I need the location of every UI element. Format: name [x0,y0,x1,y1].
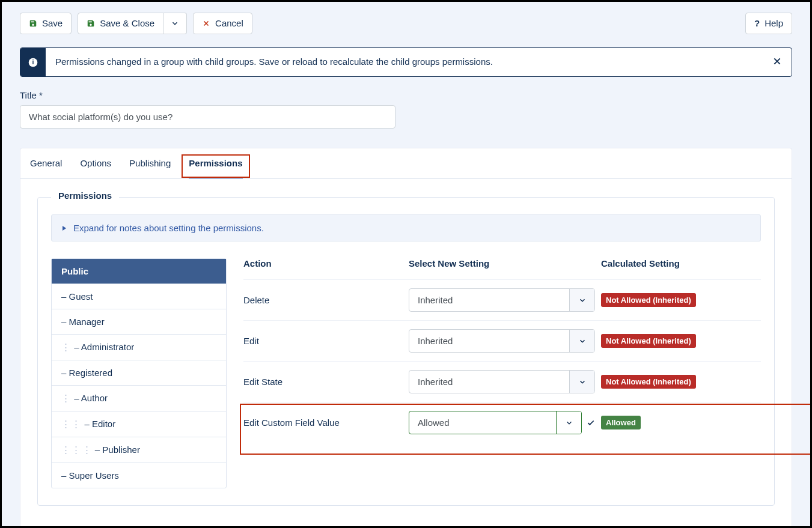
help-icon: ? [754,18,760,29]
perm-row-edit: Edit Inherited Not Allowed (Inherited) [243,321,761,362]
save-label: Save [42,18,63,29]
group-item-registered[interactable]: – Registered [52,360,226,385]
col-select: Select New Setting [409,258,595,269]
expand-notes-button[interactable]: Expand for notes about setting the permi… [51,214,761,241]
info-icon: i [20,48,46,76]
tab-permissions[interactable]: Permissions [189,148,242,178]
chevron-down-icon [556,411,581,434]
col-action: Action [243,258,403,269]
setting-select-delete[interactable]: Inherited [409,288,595,312]
help-button[interactable]: ? Help [745,13,792,34]
check-icon [587,419,595,427]
calc-badge: Not Allowed (Inherited) [601,375,696,389]
title-input[interactable] [20,105,395,129]
close-icon [772,56,782,66]
chevron-down-icon [171,19,179,28]
tab-options[interactable]: Options [80,148,111,178]
tree-indent-icon: ⋮ [61,342,69,353]
save-icon [87,19,95,28]
save-icon [29,19,37,28]
tree-indent-icon: ⋮ ⋮ ⋮ [61,445,90,455]
chevron-down-icon [569,289,594,311]
group-item-super-users[interactable]: – Super Users [52,463,226,488]
cancel-button[interactable]: Cancel [193,13,252,34]
title-label: Title * [20,90,792,100]
permissions-fieldset: Permissions Expand for notes about setti… [37,197,775,506]
setting-select-edit-custom-field-value[interactable]: Allowed [409,411,582,434]
calc-badge: Not Allowed (Inherited) [601,334,696,348]
save-close-button[interactable]: Save & Close [78,13,163,34]
group-item-author[interactable]: ⋮ – Author [52,385,226,411]
permissions-table: Action Select New Setting Calculated Set… [243,258,761,443]
perm-row-delete: Delete Inherited Not Allowed (Inherited) [243,280,761,321]
tree-indent-icon: ⋮ ⋮ [61,419,79,429]
col-calc: Calculated Setting [601,258,761,269]
close-icon [202,19,210,28]
fieldset-legend: Permissions [51,190,119,201]
alert-close-button[interactable] [763,48,792,76]
group-list: Public – Guest – Manager ⋮ – Administrat… [51,258,227,488]
group-item-manager[interactable]: – Manager [52,309,226,334]
group-item-administrator[interactable]: ⋮ – Administrator [52,334,226,360]
tab-publishing[interactable]: Publishing [129,148,171,178]
setting-select-edit[interactable]: Inherited [409,329,595,353]
chevron-down-icon [569,330,594,352]
action-label: Edit Custom Field Value [243,417,403,428]
perm-row-edit-state: Edit State Inherited Not Allowed (Inheri… [243,362,761,402]
perm-row-edit-custom-field-value: Edit Custom Field Value Allowed [243,402,761,443]
calc-badge: Not Allowed (Inherited) [601,293,696,307]
help-label: Help [765,18,783,29]
save-close-dropdown[interactable] [163,13,187,34]
save-close-group: Save & Close [78,13,187,34]
info-alert: i Permissions changed in a group with ch… [20,47,792,77]
alert-text: Permissions changed in a group with chil… [46,48,763,76]
toolbar: Save Save & Close Cancel ? Help [20,13,792,34]
expand-notes-label: Expand for notes about setting the permi… [73,223,264,233]
tab-permissions-label: Permissions [189,158,242,168]
cancel-label: Cancel [215,18,243,29]
group-item-guest[interactable]: – Guest [52,284,226,309]
tree-indent-icon: ⋮ [61,393,69,404]
svg-text:i: i [32,58,34,65]
group-item-editor[interactable]: ⋮ ⋮ – Editor [52,411,226,437]
tab-general[interactable]: General [30,148,62,178]
action-label: Edit [243,336,403,346]
group-item-public[interactable]: Public [52,259,226,284]
chevron-down-icon [569,371,594,393]
editor-tabs: General Options Publishing Permissions [20,148,792,179]
triangle-right-icon [61,225,67,231]
save-close-label: Save & Close [100,18,154,29]
action-label: Delete [243,295,403,305]
setting-select-edit-state[interactable]: Inherited [409,370,595,393]
action-label: Edit State [243,377,403,387]
calc-badge: Allowed [601,416,641,429]
group-item-publisher[interactable]: ⋮ ⋮ ⋮ – Publisher [52,437,226,463]
save-button[interactable]: Save [20,13,72,34]
